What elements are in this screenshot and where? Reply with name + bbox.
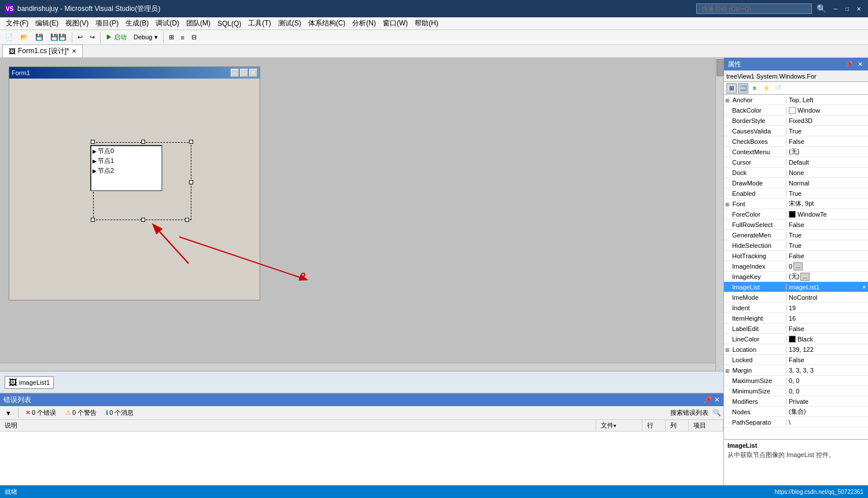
prop-row-font[interactable]: ⊞ Font宋体, 9pt bbox=[724, 199, 868, 209]
tree-node-1[interactable]: ▶ 节点1 bbox=[91, 156, 161, 166]
prop-value-3[interactable]: True bbox=[786, 126, 868, 136]
prop-value-5[interactable]: (无) bbox=[786, 147, 868, 157]
undo-btn[interactable]: ↩ bbox=[75, 32, 86, 43]
horizontal-scrollbar[interactable] bbox=[0, 363, 715, 371]
handle-tc[interactable] bbox=[141, 140, 145, 144]
prop-value-4[interactable]: False bbox=[786, 136, 868, 146]
prop-row-contextmenu[interactable]: ContextMenu(无) bbox=[724, 147, 868, 157]
prop-row-backcolor[interactable]: BackColorWindow bbox=[724, 105, 868, 116]
prop-value-16[interactable]: 0... bbox=[786, 261, 868, 271]
handle-tl[interactable] bbox=[91, 140, 95, 144]
expand-icon-26[interactable]: ⊞ bbox=[725, 368, 732, 374]
props-close-btn[interactable]: ✕ bbox=[856, 61, 865, 68]
prop-value-24[interactable]: 139, 122 bbox=[786, 344, 868, 354]
save-all-btn[interactable]: 💾💾 bbox=[47, 32, 69, 43]
menu-team[interactable]: 团队(M) bbox=[183, 17, 214, 29]
prop-row-drawmode[interactable]: DrawModeNormal bbox=[724, 178, 868, 188]
run-btn[interactable]: ▶ 启动 bbox=[103, 31, 130, 43]
prop-row-borderstyle[interactable]: BorderStyleFixed3D bbox=[724, 116, 868, 126]
layout-btn3[interactable]: ⊟ bbox=[189, 32, 200, 43]
menu-analyze[interactable]: 分析(N) bbox=[349, 17, 379, 29]
prop-value-21[interactable]: 16 bbox=[786, 313, 868, 323]
menu-window[interactable]: 窗口(W) bbox=[379, 17, 411, 29]
prop-row-hottracking[interactable]: HotTrackingFalse bbox=[724, 251, 868, 261]
vertical-scrollbar[interactable] bbox=[715, 58, 723, 371]
close-button[interactable]: ✕ bbox=[854, 4, 863, 13]
prop-value-17[interactable]: (无)... bbox=[786, 272, 868, 281]
menu-view[interactable]: 视图(V) bbox=[62, 17, 92, 29]
prop-row-imagekey[interactable]: ImageKey(无)... bbox=[724, 272, 868, 282]
prop-row-modifiers[interactable]: ModifiersPrivate bbox=[724, 396, 868, 407]
tray-imagelist[interactable]: 🖼 imageList1 bbox=[5, 376, 54, 389]
props-pages-btn[interactable]: 📄 bbox=[773, 83, 783, 94]
prop-row-margin[interactable]: ⊞ Margin3, 3, 3, 3 bbox=[724, 365, 868, 376]
error-filter-btn[interactable]: ▼ bbox=[2, 408, 14, 418]
prop-dropdown-18[interactable]: ▾ bbox=[863, 284, 866, 290]
prop-value-20[interactable]: 19 bbox=[786, 303, 868, 313]
prop-value-15[interactable]: False bbox=[786, 251, 868, 261]
layout-btn1[interactable]: ⊞ bbox=[166, 32, 177, 43]
save-btn[interactable]: 💾 bbox=[32, 32, 46, 43]
prop-value-31[interactable]: \ bbox=[786, 417, 868, 427]
prop-row-linecolor[interactable]: LineColorBlack bbox=[724, 334, 868, 344]
prop-row-maximumsize[interactable]: MaximumSize0, 0 bbox=[724, 376, 868, 386]
prop-row-enabled[interactable]: EnabledTrue bbox=[724, 188, 868, 199]
new-project-btn[interactable]: 📄 bbox=[2, 32, 16, 43]
prop-value-7[interactable]: None bbox=[786, 168, 868, 177]
prop-row-checkboxes[interactable]: CheckBoxesFalse bbox=[724, 136, 868, 147]
prop-value-25[interactable]: False bbox=[786, 355, 868, 365]
form-max-btn[interactable]: □ bbox=[240, 69, 248, 77]
menu-edit[interactable]: 编辑(E) bbox=[32, 17, 62, 29]
prop-row-hideselection[interactable]: HideSelectionTrue bbox=[724, 240, 868, 251]
prop-value-23[interactable]: Black bbox=[786, 334, 868, 344]
expand-icon-10[interactable]: ⊞ bbox=[725, 202, 732, 207]
menu-tools[interactable]: 工具(T) bbox=[245, 17, 274, 29]
prop-value-8[interactable]: Normal bbox=[786, 178, 868, 188]
expand-icon-0[interactable]: ⊞ bbox=[725, 98, 732, 103]
menu-project[interactable]: 项目(P) bbox=[92, 17, 122, 29]
tree-node-0[interactable]: ▶ 节点0 bbox=[91, 146, 161, 156]
prop-row-anchor[interactable]: ⊞ AnchorTop, Left bbox=[724, 95, 868, 105]
prop-value-0[interactable]: Top, Left bbox=[786, 95, 868, 105]
layout-btn2[interactable]: ≡ bbox=[178, 32, 187, 43]
tree-node-2[interactable]: ▶ 节点2 bbox=[91, 166, 161, 176]
props-events-btn[interactable]: ⚡ bbox=[761, 83, 771, 94]
menu-arch[interactable]: 体系结构(C) bbox=[305, 17, 349, 29]
menu-help[interactable]: 帮助(H) bbox=[411, 17, 442, 29]
designer-area[interactable]: Form1 ─ □ ✕ bbox=[0, 58, 723, 371]
prop-value-28[interactable]: 0, 0 bbox=[786, 386, 868, 396]
prop-row-pathseparato[interactable]: PathSeparato\ bbox=[724, 417, 868, 428]
prop-row-dock[interactable]: DockNone bbox=[724, 168, 868, 178]
col-file-dropdown[interactable]: ▾ bbox=[614, 423, 616, 429]
prop-value-2[interactable]: Fixed3D bbox=[786, 116, 868, 125]
prop-value-14[interactable]: True bbox=[786, 240, 868, 250]
debug-config-btn[interactable]: Debug ▾ bbox=[131, 32, 160, 43]
prop-value-9[interactable]: True bbox=[786, 188, 868, 198]
handle-mr[interactable] bbox=[189, 180, 193, 184]
prop-value-22[interactable]: False bbox=[786, 324, 868, 333]
prop-row-cursor[interactable]: CursorDefault bbox=[724, 157, 868, 168]
prop-row-nodes[interactable]: Nodes(集合) bbox=[724, 407, 868, 417]
menu-debug[interactable]: 调试(D) bbox=[152, 17, 183, 29]
prop-value-10[interactable]: 宋体, 9pt bbox=[786, 199, 868, 209]
minimize-button[interactable]: ─ bbox=[831, 4, 840, 13]
prop-value-29[interactable]: Private bbox=[786, 396, 868, 406]
props-alpha-btn[interactable]: 🔤 bbox=[738, 83, 748, 94]
redo-btn[interactable]: ↪ bbox=[87, 32, 98, 43]
form-min-btn[interactable]: ─ bbox=[231, 69, 239, 77]
error-close-icon[interactable]: ✕ bbox=[714, 396, 720, 404]
prop-row-itemheight[interactable]: ItemHeight16 bbox=[724, 313, 868, 324]
menu-test[interactable]: 测试(S) bbox=[275, 17, 305, 29]
prop-value-27[interactable]: 0, 0 bbox=[786, 376, 868, 385]
prop-small-btn-17[interactable]: ... bbox=[800, 273, 810, 281]
prop-row-imageindex[interactable]: ImageIndex0... bbox=[724, 261, 868, 272]
tab-designer[interactable]: 🖼 Form1.cs [设计]* ✕ bbox=[2, 44, 83, 57]
handle-br[interactable] bbox=[185, 218, 189, 222]
prop-small-btn-16[interactable]: ... bbox=[793, 262, 803, 270]
handle-tr[interactable] bbox=[189, 140, 193, 144]
prop-row-generatemen[interactable]: GenerateMenTrue bbox=[724, 230, 868, 240]
quick-search-input[interactable] bbox=[696, 3, 812, 14]
prop-value-13[interactable]: True bbox=[786, 230, 868, 240]
prop-value-26[interactable]: 3, 3, 3, 3 bbox=[786, 365, 868, 375]
prop-value-6[interactable]: Default bbox=[786, 157, 868, 167]
